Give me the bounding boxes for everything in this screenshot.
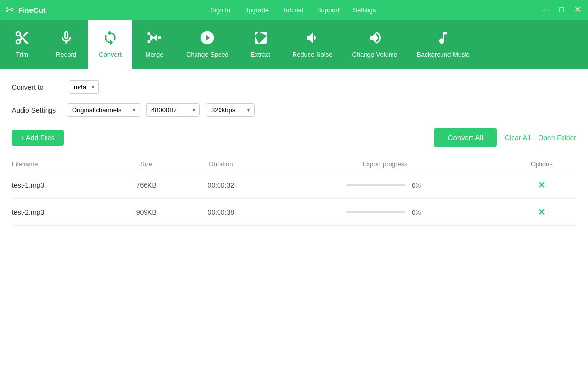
delete-button[interactable]: ✕ xyxy=(538,207,545,218)
col-size: Size xyxy=(114,156,179,172)
convert-all-button[interactable]: Convert All xyxy=(434,128,497,147)
cell-filename: test-2.mp3 xyxy=(12,199,114,226)
extract-label: Extract xyxy=(251,51,270,58)
bitrate-select-wrapper: 128kbps 192kbps 256kbps 320kbps xyxy=(206,103,255,117)
progress-bar-bg xyxy=(346,211,405,213)
close-button[interactable]: ✕ xyxy=(572,6,582,14)
window-controls: — □ ✕ xyxy=(541,6,582,14)
cell-options: ✕ xyxy=(507,172,576,199)
background-music-label: Background Music xyxy=(417,51,469,58)
extract-icon xyxy=(253,30,269,48)
record-icon xyxy=(58,30,74,48)
convert-to-label: Convert to xyxy=(12,83,61,91)
file-table: Filename Size Duration Export progress O… xyxy=(12,156,576,226)
cell-filename: test-1.mp3 xyxy=(12,172,114,199)
merge-label: Merge xyxy=(146,51,164,58)
col-filename: Filename xyxy=(12,156,114,172)
cell-options: ✕ xyxy=(507,199,576,226)
nav-signin[interactable]: Sign In xyxy=(211,6,230,14)
sample-rate-select-wrapper: 44100Hz 48000Hz 96000Hz xyxy=(146,103,200,117)
reduce-noise-icon xyxy=(305,30,320,48)
col-progress: Export progress xyxy=(263,156,507,172)
toolbar-item-change-speed[interactable]: Change Speed xyxy=(176,20,239,69)
convert-to-row: Convert to m4a mp3 wav aac flac ogg xyxy=(12,80,576,94)
change-volume-label: Change Volume xyxy=(352,51,397,58)
progress-bar-bg xyxy=(346,184,405,186)
format-select-wrapper: m4a mp3 wav aac flac ogg xyxy=(69,80,99,94)
progress-text: 0% xyxy=(409,209,424,216)
delete-button[interactable]: ✕ xyxy=(538,180,545,191)
title-bar-left: ✂ FineCut xyxy=(6,4,46,16)
col-options: Options xyxy=(507,156,576,172)
content-area: Convert to m4a mp3 wav aac flac ogg Audi… xyxy=(0,69,588,392)
trim-label: Trim xyxy=(16,51,28,58)
nav-settings[interactable]: Settings xyxy=(353,6,376,14)
toolbar-item-convert[interactable]: Convert xyxy=(88,20,132,69)
app-window: ✂ FineCut Sign In Upgrade Tutorial Suppo… xyxy=(0,0,588,392)
table-row: test-1.mp3 766KB 00:00:32 0% ✕ xyxy=(12,172,576,199)
change-volume-icon xyxy=(367,30,383,48)
toolbar-item-change-volume[interactable]: Change Volume xyxy=(342,20,407,69)
background-music-icon xyxy=(435,30,451,48)
cell-size: 766KB xyxy=(114,172,179,199)
nav-tutorial[interactable]: Tutorial xyxy=(282,6,303,14)
nav-upgrade[interactable]: Upgrade xyxy=(244,6,269,14)
table-row: test-2.mp3 909KB 00:00:38 0% ✕ xyxy=(12,199,576,226)
change-speed-icon xyxy=(199,30,215,48)
channels-select[interactable]: Original channels Mono Stereo xyxy=(67,103,140,117)
cell-duration: 00:00:38 xyxy=(179,199,263,226)
cell-progress: 0% xyxy=(263,199,507,226)
cell-size: 909KB xyxy=(114,199,179,226)
toolbar-item-extract[interactable]: Extract xyxy=(239,20,283,69)
title-bar: ✂ FineCut Sign In Upgrade Tutorial Suppo… xyxy=(0,0,588,20)
table-header-row: Filename Size Duration Export progress O… xyxy=(12,156,576,172)
add-files-button[interactable]: + Add Files xyxy=(12,130,64,146)
audio-settings-row: Audio Settings Original channels Mono St… xyxy=(12,103,576,117)
nav-support[interactable]: Support xyxy=(317,6,340,14)
cell-progress: 0% xyxy=(263,172,507,199)
change-speed-label: Change Speed xyxy=(186,51,229,58)
col-duration: Duration xyxy=(179,156,263,172)
toolbar-item-merge[interactable]: Merge xyxy=(132,20,176,69)
merge-icon xyxy=(147,30,162,48)
minimize-button[interactable]: — xyxy=(541,6,551,14)
clear-all-link[interactable]: Clear All xyxy=(505,134,530,142)
open-folder-link[interactable]: Open Folder xyxy=(538,134,576,142)
app-logo-icon: ✂ xyxy=(6,4,14,16)
title-bar-nav: Sign In Upgrade Tutorial Support Setting… xyxy=(211,6,376,14)
cell-duration: 00:00:32 xyxy=(179,172,263,199)
toolbar-item-reduce-noise[interactable]: Reduce Noise xyxy=(283,20,343,69)
action-row: + Add Files Convert All Clear All Open F… xyxy=(12,128,576,147)
channels-select-wrapper: Original channels Mono Stereo xyxy=(67,103,140,117)
toolbar-item-background-music[interactable]: Background Music xyxy=(407,20,479,69)
progress-text: 0% xyxy=(409,182,424,189)
format-select[interactable]: m4a mp3 wav aac flac ogg xyxy=(69,80,99,94)
app-name: FineCut xyxy=(18,6,46,14)
convert-label: Convert xyxy=(99,51,122,58)
toolbar-item-trim[interactable]: Trim xyxy=(0,20,44,69)
record-label: Record xyxy=(56,51,76,58)
action-right: Convert All Clear All Open Folder xyxy=(434,128,576,147)
maximize-button[interactable]: □ xyxy=(557,6,566,14)
toolbar-item-record[interactable]: Record xyxy=(44,20,88,69)
sample-rate-select[interactable]: 44100Hz 48000Hz 96000Hz xyxy=(146,103,200,117)
bitrate-select[interactable]: 128kbps 192kbps 256kbps 320kbps xyxy=(206,103,255,117)
convert-icon xyxy=(102,30,118,48)
toolbar: Trim Record Convert xyxy=(0,20,588,69)
trim-icon xyxy=(14,30,30,48)
reduce-noise-label: Reduce Noise xyxy=(293,51,333,58)
audio-settings-label: Audio Settings xyxy=(12,106,61,114)
